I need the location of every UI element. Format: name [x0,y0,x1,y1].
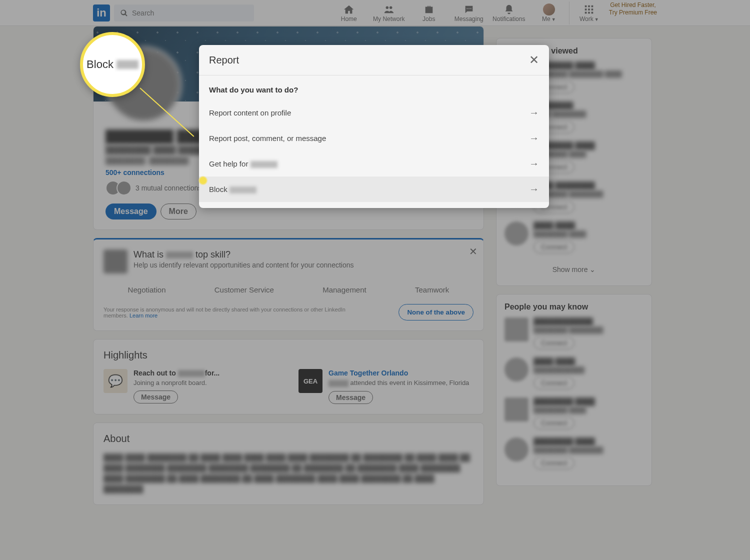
chevron-down-icon: ⌄ [590,266,596,274]
report-option-help[interactable]: Get help for → [199,151,549,176]
skill-question: What is top skill? [134,250,354,260]
highlight-title[interactable]: Game Together Orlando [328,369,469,377]
search-input[interactable] [114,4,254,22]
briefcase-icon [424,4,434,16]
nav-messaging[interactable]: Messaging [449,2,489,24]
svg-rect-8 [585,8,587,10]
svg-point-4 [470,8,472,9]
arrow-right-icon: → [529,107,539,118]
premium-upsell[interactable]: Get Hired Faster, Try Premium Free [609,2,657,24]
disclaimer-text: Your response is anonymous and will not … [104,306,354,318]
connect-button[interactable]: Connect [534,456,574,470]
callout-circle: Block [80,32,145,97]
skills-prompt-card: ✕ What is top skill? Help us identify re… [93,238,484,331]
close-icon[interactable]: ✕ [469,246,478,258]
highlight-item: 💬 Reach out to for... Joining a nonprofi… [104,369,278,404]
section-title: About [104,433,474,444]
svg-point-0 [386,6,388,8]
report-option-post[interactable]: Report post, comment, or message → [199,126,549,151]
nav-home[interactable]: Home [329,2,369,24]
highlight-sub: attended this event in Kissimmee, Florid… [328,379,469,387]
connect-button[interactable]: Connect [534,240,574,254]
nav-me[interactable]: Me▼ [529,2,569,24]
message-icon [464,4,474,16]
chevron-down-icon: ▼ [552,17,556,22]
nav-label: My Network [373,16,404,22]
skill-subtitle: Help us identify relevant opportunities … [134,261,354,269]
message-button[interactable]: Message [106,204,156,220]
person-row[interactable]: ████████ ████████████ ████████Connect [504,438,644,470]
svg-point-2 [466,8,468,9]
person-row[interactable]: ████████████████████ ████████Connect [504,318,644,350]
connect-button[interactable]: Connect [534,416,574,430]
nav-label: Home [341,16,357,22]
event-logo: GEA [298,369,322,393]
skill-option[interactable]: Customer Service [214,286,274,294]
about-text: ████ ████ ████████ ██ ████ ████ ████ ███… [104,452,474,494]
avatar [543,4,555,16]
nav-label: Me [542,16,550,22]
learn-more-link[interactable]: Learn more [130,312,158,318]
modal-title: Report [209,54,239,66]
close-icon[interactable]: ✕ [529,53,539,67]
chevron-down-icon: ▼ [594,17,599,22]
modal-question: What do you want to do? [199,82,549,100]
section-title: Highlights [104,350,474,361]
report-modal: Report ✕ What do you want to do? Report … [199,45,549,208]
chat-icon: 💬 [104,369,128,393]
highlight-title: Reach out to for... [134,369,220,377]
connect-button[interactable]: Connect [534,336,574,350]
nav-label: Messaging [454,16,484,22]
callout-dot [200,177,206,184]
svg-rect-9 [588,8,590,10]
svg-rect-7 [592,5,594,7]
grid-icon [584,4,594,16]
search-icon [120,9,128,17]
skill-avatar [104,250,128,274]
nav-work[interactable]: Work▼ [569,2,609,24]
svg-rect-11 [585,12,587,14]
highlight-item: GEA Game Together Orlando attended this … [298,369,474,404]
highlight-sub: Joining a nonprofit board. [134,379,220,386]
svg-point-1 [390,6,392,8]
nav-label: Notifications [492,16,525,22]
callout-label: Block [86,58,114,71]
more-button[interactable]: More [160,204,196,220]
svg-rect-13 [592,12,594,14]
show-more-button[interactable]: Show more ⌄ [504,262,644,278]
skill-option[interactable]: Management [322,286,366,294]
report-option-content[interactable]: Report content on profile → [199,100,549,126]
svg-rect-5 [585,5,587,7]
person-row[interactable]: ████ ████████████████Connect [504,358,644,390]
connect-button[interactable]: Connect [534,376,574,390]
skill-option[interactable]: Negotiation [128,286,166,294]
arrow-right-icon: → [529,158,539,170]
search-box [114,4,254,22]
nav-network[interactable]: My Network [369,2,409,24]
people-you-may-know-card: People you may know ████████████████████… [496,294,652,486]
message-button[interactable]: Message [328,391,373,404]
svg-rect-12 [588,12,590,14]
arrow-right-icon: → [529,132,539,144]
skill-option[interactable]: Teamwork [415,286,449,294]
about-card: About ████ ████ ████████ ██ ████ ████ ██… [93,422,484,505]
arrow-right-icon: → [529,184,539,195]
message-button[interactable]: Message [134,390,178,404]
nav-notifications[interactable]: Notifications [489,2,529,24]
nav-label: Work [580,16,594,22]
report-option-block[interactable]: Block → [199,176,549,202]
linkedin-logo[interactable]: in [93,4,110,22]
top-navigation: in Home My Network Jobs Messaging [0,0,750,26]
person-row[interactable]: ████████ ████████████ ████Connect [504,398,644,430]
sidebar-title: People you may know [504,302,644,312]
highlights-card: Highlights 💬 Reach out to for... Joining… [93,339,484,414]
none-of-above-button[interactable]: None of the above [398,304,474,320]
nav-jobs[interactable]: Jobs [409,2,449,24]
people-icon [384,4,394,16]
svg-point-3 [468,8,470,9]
svg-rect-10 [592,8,594,10]
home-icon [344,4,354,16]
nav-label: Jobs [422,16,435,22]
bell-icon [504,4,514,16]
person-row[interactable]: ████ ████████████ ████Connect [504,222,644,254]
